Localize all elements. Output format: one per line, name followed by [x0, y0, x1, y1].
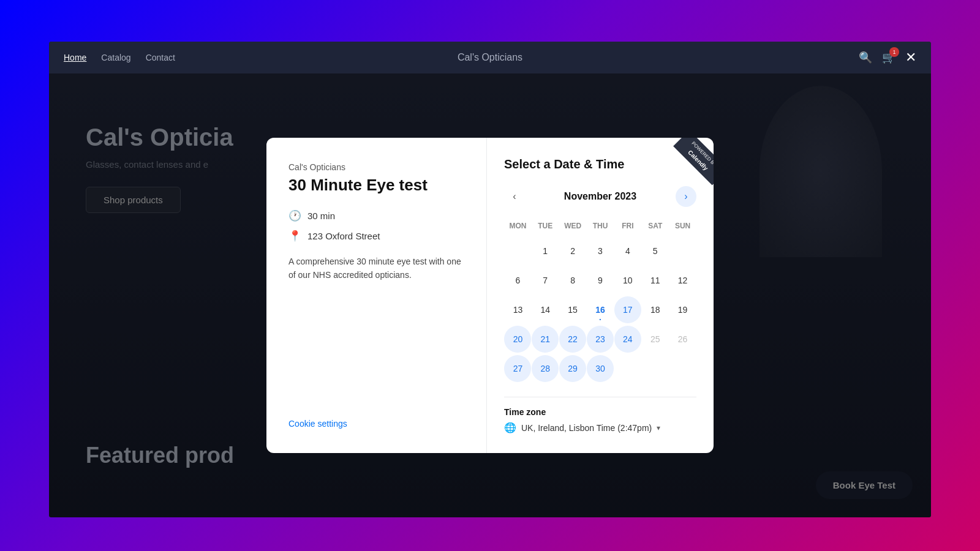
timezone-label: Time zone [504, 407, 696, 417]
calendar-day-21[interactable]: 21 [532, 326, 559, 353]
calendar-day-18: 18 [642, 296, 669, 323]
nav-catalog[interactable]: Catalog [101, 53, 130, 62]
navbar: Home Catalog Contact Cal's Opticians 🔍 🛒… [49, 42, 931, 73]
timezone-dropdown-arrow: ▾ [657, 424, 660, 432]
nav-home[interactable]: Home [64, 53, 86, 62]
search-icon[interactable]: 🔍 [859, 51, 872, 64]
cart-icon[interactable]: 🛒 1 [882, 51, 895, 64]
day-header-sun: SUN [669, 219, 696, 233]
calendar-week-5: 27282930 [504, 355, 696, 382]
calendar-day-30[interactable]: 30 [587, 355, 614, 382]
calendar-day-13: 13 [504, 296, 531, 323]
calendar-day-4: 4 [614, 238, 641, 264]
cart-badge: 1 [889, 47, 899, 57]
calendar-day-12: 12 [669, 267, 696, 294]
booking-modal: POWERED BY Calendly Cal's Opticians 30 M… [266, 138, 714, 453]
calendar-day-24[interactable]: 24 [614, 326, 641, 353]
calendar-day-empty [669, 238, 696, 264]
nav-links: Home Catalog Contact [64, 53, 175, 62]
nav-actions: 🔍 🛒 1 ✕ [859, 50, 916, 66]
calendar-day-5: 5 [642, 238, 669, 264]
calendar-day-25: 25 [642, 326, 669, 353]
day-header-sat: SAT [641, 219, 669, 233]
calendar-day-empty [614, 355, 641, 382]
duration-text: 30 min [307, 211, 335, 221]
calendar-day-23[interactable]: 23 [587, 326, 614, 353]
calendar-day-7: 7 [532, 267, 559, 294]
calendar-header: MON TUE WED THU FRI SAT SUN [504, 219, 696, 233]
calendar-day-10: 10 [614, 267, 641, 294]
cookie-settings-link[interactable]: Cookie settings [288, 419, 464, 429]
calendar-day-8: 8 [559, 267, 586, 294]
location-icon: 📍 [288, 230, 301, 242]
calendar-week-4: 20212223242526 [504, 326, 696, 353]
calendly-badge: POWERED BY Calendly [666, 138, 714, 186]
modal-title: 30 Minute Eye test [288, 176, 464, 195]
calendar-day-20[interactable]: 20 [504, 326, 531, 353]
calendar-day-3: 3 [587, 238, 614, 264]
modal-org: Cal's Opticians [288, 162, 464, 172]
day-header-wed: WED [559, 219, 587, 233]
calendar-day-17[interactable]: 17 [614, 296, 641, 323]
duration-item: 🕐 30 min [288, 209, 464, 222]
close-icon[interactable]: ✕ [905, 50, 916, 66]
calendar-day-empty [504, 238, 531, 264]
nav-contact[interactable]: Contact [146, 53, 175, 62]
timezone-value: UK, Ireland, Lisbon Time (2:47pm) [521, 423, 652, 433]
calendar-day-empty [669, 355, 696, 382]
calendar-nav: ‹ November 2023 › [504, 186, 696, 207]
day-header-thu: THU [587, 219, 614, 233]
calendar-month: November 2023 [564, 191, 636, 202]
calendar-week-3: 13141516171819 [504, 296, 696, 323]
calendar-day-14: 14 [532, 296, 559, 323]
hero-section: Cal's Opticia Glasses, contact lenses an… [49, 73, 931, 517]
calendar-day-1: 1 [532, 238, 559, 264]
website-frame: Home Catalog Contact Cal's Opticians 🔍 🛒… [49, 42, 931, 517]
modal-left-panel: Cal's Opticians 30 Minute Eye test 🕐 30 … [266, 138, 487, 453]
next-month-button[interactable]: › [676, 186, 696, 207]
calendar-day-26: 26 [669, 326, 696, 353]
clock-icon: 🕐 [288, 209, 301, 222]
calendar-day-22[interactable]: 22 [559, 326, 586, 353]
day-header-mon: MON [504, 219, 532, 233]
calendar-day-19: 19 [669, 296, 696, 323]
calendar-day-29[interactable]: 29 [559, 355, 586, 382]
prev-month-button[interactable]: ‹ [504, 186, 525, 207]
globe-icon: 🌐 [504, 422, 516, 433]
calendar-day-9: 9 [587, 267, 614, 294]
nav-brand: Cal's Opticians [458, 52, 522, 63]
calendar-day-28[interactable]: 28 [532, 355, 559, 382]
modal-meta: 🕐 30 min 📍 123 Oxford Street [288, 209, 464, 242]
modal-description: A comprehensive 30 minute eye test with … [288, 255, 464, 282]
day-header-fri: FRI [614, 219, 641, 233]
calendar-week-2: 6789101112 [504, 267, 696, 294]
location-item: 📍 123 Oxford Street [288, 230, 464, 242]
day-header-tue: TUE [532, 219, 559, 233]
calendar-day-11: 11 [642, 267, 669, 294]
modal-overlay: POWERED BY Calendly Cal's Opticians 30 M… [49, 73, 931, 517]
calendar-day-6: 6 [504, 267, 531, 294]
calendar-day-2: 2 [559, 238, 586, 264]
calendar-day-empty [642, 355, 669, 382]
location-text: 123 Oxford Street [307, 231, 380, 241]
powered-by-label: POWERED BY Calendly [673, 138, 714, 185]
calendar-week-1: 12345 [504, 238, 696, 264]
calendar-day-27[interactable]: 27 [504, 355, 531, 382]
calendar-grid: MON TUE WED THU FRI SAT SUN 123456789101… [504, 219, 696, 382]
calendar-body: 1234567891011121314151617181920212223242… [504, 238, 696, 382]
timezone-section: Time zone 🌐 UK, Ireland, Lisbon Time (2:… [504, 397, 696, 433]
timezone-selector[interactable]: 🌐 UK, Ireland, Lisbon Time (2:47pm) ▾ [504, 422, 696, 433]
calendar-day-16: 16 [587, 296, 614, 323]
calendar-day-15: 15 [559, 296, 586, 323]
